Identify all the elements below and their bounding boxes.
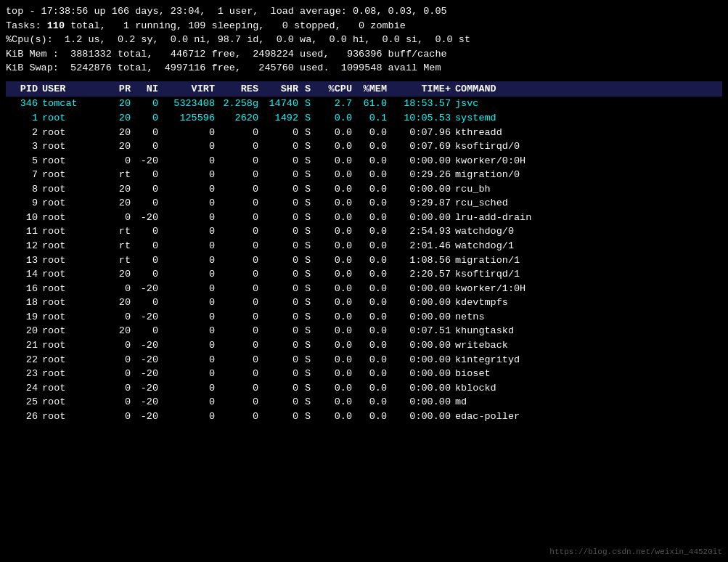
cell-pr: 0 bbox=[106, 410, 134, 424]
cell-mem: 0.0 bbox=[355, 282, 390, 296]
cell-user: root bbox=[41, 111, 106, 126]
cell-res: 0 bbox=[218, 296, 261, 310]
table-row: 11 root rt 0 0 0 0 S 0.0 0.0 2:54.93 wat… bbox=[6, 224, 722, 239]
cell-cpu: 0.0 bbox=[317, 154, 355, 168]
col-header-ni: NI bbox=[134, 82, 161, 97]
cell-virt: 0 bbox=[161, 224, 218, 239]
cell-cpu: 0.0 bbox=[317, 410, 355, 424]
cell-shr: 0 bbox=[261, 353, 301, 367]
cell-virt: 0 bbox=[161, 211, 218, 225]
cell-time: 0:07.51 bbox=[390, 324, 454, 338]
cell-cpu: 0.0 bbox=[317, 395, 355, 410]
cell-mem: 0.0 bbox=[355, 324, 390, 338]
cell-time: 10:05.53 bbox=[390, 111, 454, 126]
cell-pid: 12 bbox=[6, 239, 41, 253]
cell-pr: 20 bbox=[106, 196, 134, 211]
cell-command: migration/1 bbox=[454, 253, 722, 268]
cell-pr: rt bbox=[106, 168, 134, 182]
cell-mem: 0.0 bbox=[355, 296, 390, 310]
cell-ni: 0 bbox=[134, 139, 161, 154]
cell-res: 2.258g bbox=[218, 97, 261, 111]
cell-ni: -20 bbox=[134, 154, 161, 168]
cell-mem: 0.0 bbox=[355, 395, 390, 410]
cell-command: watchdog/1 bbox=[454, 239, 722, 253]
cell-pr: 20 bbox=[106, 324, 134, 338]
cell-pr: rt bbox=[106, 224, 134, 239]
col-header-pid: PID bbox=[6, 82, 41, 97]
cell-shr: 0 bbox=[261, 154, 301, 168]
cell-pid: 25 bbox=[6, 395, 41, 410]
cell-user: root bbox=[41, 253, 106, 268]
cell-pid: 20 bbox=[6, 324, 41, 338]
cell-pr: 20 bbox=[106, 139, 134, 154]
cell-virt: 0 bbox=[161, 296, 218, 310]
cell-pid: 346 bbox=[6, 97, 41, 111]
cell-pid: 5 bbox=[6, 154, 41, 168]
cell-shr: 0 bbox=[261, 282, 301, 296]
cell-shr: 0 bbox=[261, 338, 301, 353]
cell-res: 0 bbox=[218, 139, 261, 154]
cell-command: kintegrityd bbox=[454, 353, 722, 367]
cell-ni: 0 bbox=[134, 253, 161, 268]
table-row: 26 root 0 -20 0 0 0 S 0.0 0.0 0:00.00 ed… bbox=[6, 410, 722, 424]
cell-s: S bbox=[301, 310, 317, 325]
cell-command: lru-add-drain bbox=[454, 211, 722, 225]
cell-user: root bbox=[41, 353, 106, 367]
cell-virt: 0 bbox=[161, 410, 218, 424]
cell-s: S bbox=[301, 338, 317, 353]
cell-virt: 0 bbox=[161, 395, 218, 410]
cell-time: 18:53.57 bbox=[390, 97, 454, 111]
cell-cpu: 0.0 bbox=[317, 253, 355, 268]
cell-mem: 0.0 bbox=[355, 126, 390, 140]
cell-s: S bbox=[301, 97, 317, 111]
cell-mem: 0.0 bbox=[355, 267, 390, 282]
cell-pr: 20 bbox=[106, 296, 134, 310]
header-line-4: KiB Mem : 3881332 total, 446712 free, 24… bbox=[6, 47, 722, 62]
cell-pid: 26 bbox=[6, 410, 41, 424]
cell-mem: 0.0 bbox=[355, 367, 390, 381]
cell-command: md bbox=[454, 395, 722, 410]
cell-time: 0:00.00 bbox=[390, 182, 454, 197]
cell-user: root bbox=[41, 154, 106, 168]
cell-s: S bbox=[301, 211, 317, 225]
cell-user: root bbox=[41, 139, 106, 154]
cell-shr: 0 bbox=[261, 296, 301, 310]
cell-user: root bbox=[41, 196, 106, 211]
cell-ni: 0 bbox=[134, 239, 161, 253]
cell-pr: rt bbox=[106, 253, 134, 268]
cell-user: root bbox=[41, 211, 106, 225]
cell-cpu: 0.0 bbox=[317, 168, 355, 182]
table-row: 19 root 0 -20 0 0 0 S 0.0 0.0 0:00.00 ne… bbox=[6, 310, 722, 325]
cell-s: S bbox=[301, 154, 317, 168]
cell-command: rcu_bh bbox=[454, 182, 722, 197]
cell-user: root bbox=[41, 267, 106, 282]
header-line-2: Tasks: 110 total, 1 running, 109 sleepin… bbox=[6, 19, 722, 33]
cell-pr: 0 bbox=[106, 211, 134, 225]
cell-virt: 0 bbox=[161, 154, 218, 168]
cell-pid: 2 bbox=[6, 126, 41, 140]
cell-res: 0 bbox=[218, 182, 261, 197]
cell-res: 0 bbox=[218, 126, 261, 140]
cell-s: S bbox=[301, 282, 317, 296]
cell-command: kworker/1:0H bbox=[454, 282, 722, 296]
cell-time: 0:00.00 bbox=[390, 154, 454, 168]
cell-cpu: 0.0 bbox=[317, 224, 355, 239]
cell-pid: 24 bbox=[6, 381, 41, 396]
cell-time: 2:54.93 bbox=[390, 224, 454, 239]
cell-res: 0 bbox=[218, 224, 261, 239]
cell-pr: 0 bbox=[106, 282, 134, 296]
cell-pr: 20 bbox=[106, 182, 134, 197]
cell-res: 0 bbox=[218, 211, 261, 225]
cell-time: 0:07.96 bbox=[390, 126, 454, 140]
process-table: PID USER PR NI VIRT RES SHR S %CPU %MEM … bbox=[6, 81, 722, 424]
cell-pid: 7 bbox=[6, 168, 41, 182]
cell-s: S bbox=[301, 296, 317, 310]
cell-ni: -20 bbox=[134, 395, 161, 410]
col-header-time: TIME+ bbox=[390, 82, 454, 97]
cell-user: root bbox=[41, 282, 106, 296]
cell-virt: 0 bbox=[161, 338, 218, 353]
cell-virt: 0 bbox=[161, 239, 218, 253]
cell-res: 0 bbox=[218, 267, 261, 282]
cell-command: kdevtmpfs bbox=[454, 296, 722, 310]
cell-cpu: 0.0 bbox=[317, 139, 355, 154]
